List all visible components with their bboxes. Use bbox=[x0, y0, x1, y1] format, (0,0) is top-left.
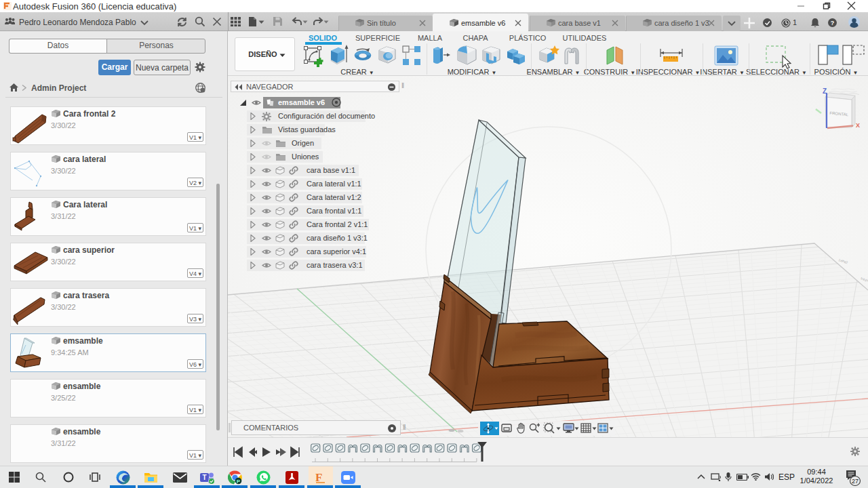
svg-text:X: X bbox=[856, 122, 860, 129]
svg-text:27: 27 bbox=[852, 478, 859, 485]
svg-text:P: P bbox=[237, 479, 241, 485]
svg-text:Z: Z bbox=[823, 87, 827, 95]
svg-text:?: ? bbox=[831, 20, 835, 26]
svg-text:T: T bbox=[202, 474, 206, 481]
